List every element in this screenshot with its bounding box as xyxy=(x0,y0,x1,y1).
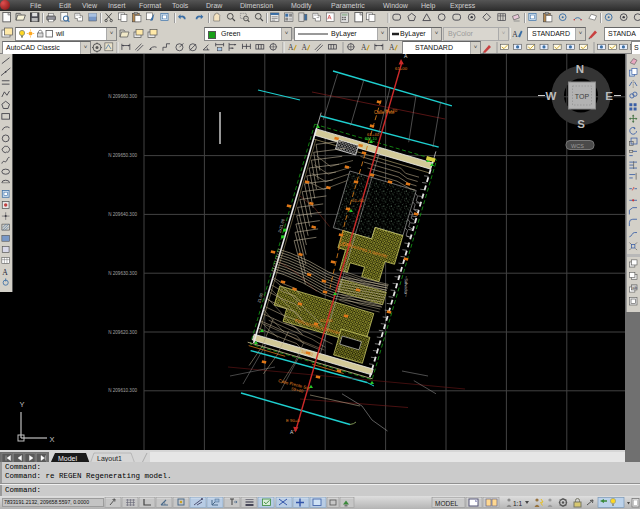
svg-text:A´: A´ xyxy=(290,429,295,435)
svg-text:TOP: TOP xyxy=(575,93,590,100)
svg-text:W: W xyxy=(546,90,557,102)
svg-text:E: E xyxy=(605,90,613,102)
svg-text:N: N xyxy=(576,63,584,75)
svg-text:Model: Model xyxy=(58,455,78,462)
svg-text:A: A xyxy=(301,43,307,52)
svg-text:A: A xyxy=(389,43,395,52)
svg-text:N 209630.300: N 209630.300 xyxy=(108,271,137,276)
svg-text:S: S xyxy=(577,118,585,130)
svg-text:A: A xyxy=(288,43,294,52)
svg-text:1:1: 1:1 xyxy=(513,500,522,507)
svg-text:MODEL: MODEL xyxy=(435,500,459,507)
svg-text:A: A xyxy=(361,43,367,52)
svg-text:Y: Y xyxy=(19,400,24,409)
svg-text:N 209660.300: N 209660.300 xyxy=(108,94,137,99)
svg-text:N 209650.300: N 209650.300 xyxy=(108,153,137,158)
svg-text:N 209610.300: N 209610.300 xyxy=(108,388,137,393)
svg-text:A: A xyxy=(2,268,8,277)
svg-text:N 209640.300: N 209640.300 xyxy=(108,212,137,217)
svg-text:X: X xyxy=(49,435,54,444)
svg-text:61+00: 61+00 xyxy=(395,66,408,71)
svg-text:ab: ab xyxy=(632,285,637,290)
svg-text:Calle Pelé: Calle Pelé xyxy=(374,110,395,115)
svg-text:E 90+0: E 90+0 xyxy=(286,418,300,423)
svg-text:62+00: 62+00 xyxy=(320,318,333,323)
svg-text:A: A xyxy=(512,30,518,39)
svg-text:~Salvador~: ~Salvador~ xyxy=(404,276,409,298)
svg-text:61+80: 61+80 xyxy=(339,242,352,247)
svg-text:A: A xyxy=(404,54,408,59)
svg-text:61+60: 61+60 xyxy=(352,198,365,203)
svg-text:WCS: WCS xyxy=(571,143,584,149)
svg-text:N 209620.300: N 209620.300 xyxy=(108,330,137,335)
